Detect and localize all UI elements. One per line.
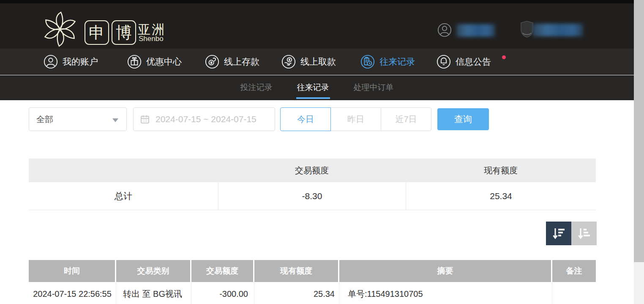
page-scrollbar	[634, 0, 644, 304]
cell-amount: -300.00	[191, 282, 254, 304]
records-header-row: 时间 交易类别 交易额度 现有额度 摘要 备注	[29, 260, 596, 282]
summary-header-row: 交易额度 现有额度	[29, 159, 596, 182]
sort-ascending-button[interactable]	[571, 222, 597, 245]
top-strip	[0, 0, 634, 3]
nav-label: 线上存款	[224, 56, 259, 68]
col-header-time: 时间	[29, 260, 116, 282]
user-avatar-icon[interactable]	[437, 23, 452, 37]
tab-label: 投注记录	[240, 83, 273, 92]
cell-summary: 单号:115491310705	[339, 282, 552, 304]
table-row: 2024-07-15 22:56:55 转出 至 BG视讯 -300.00 25…	[29, 282, 596, 304]
col-header-amount: 交易额度	[191, 260, 254, 282]
censored-username[interactable]	[456, 24, 495, 37]
records-table: 时间 交易类别 交易额度 现有额度 摘要 备注 2024-07-15 22:56…	[29, 260, 596, 304]
nav-item-transaction-records[interactable]: 往来记录	[360, 49, 415, 75]
nav-item-withdraw[interactable]: 线上取款	[281, 49, 336, 75]
nav-label: 往来记录	[379, 56, 415, 68]
notification-dot	[502, 55, 506, 59]
logo-char: 博	[116, 22, 132, 44]
quick-label: 昨日	[347, 114, 364, 125]
date-range-value: 2024-07-15 ~ 2024-07-15	[156, 114, 257, 124]
sort-controls	[546, 222, 597, 245]
col-header-summary: 摘要	[339, 260, 552, 282]
sub-tabbar: 投注记录 往来记录 处理中订单	[0, 75, 634, 100]
cell-balance: 25.34	[254, 282, 339, 304]
date-range-input[interactable]: 2024-07-15 ~ 2024-07-15	[133, 107, 275, 131]
col-header-type: 交易类别	[116, 260, 191, 282]
type-select[interactable]: 全部	[29, 107, 127, 131]
col-header-note: 备注	[552, 260, 596, 282]
nav-label: 优惠中心	[146, 56, 182, 68]
deposit-icon	[205, 55, 219, 69]
nav-item-promotions[interactable]: 优惠中心	[127, 49, 182, 75]
censored-balance[interactable]	[532, 24, 583, 36]
logo-char-box: 博	[112, 20, 136, 45]
summary-total-label: 总计	[29, 182, 218, 210]
nav-item-my-account[interactable]: 我的账户	[44, 49, 98, 75]
col-header-balance: 现有额度	[254, 260, 339, 282]
quick-yesterday-button[interactable]: 昨日	[330, 107, 381, 131]
withdraw-icon	[281, 55, 296, 69]
summary-header-trade: 交易额度	[218, 159, 406, 182]
tab-transaction-records[interactable]: 往来记录	[297, 75, 329, 100]
chevron-down-icon	[112, 118, 118, 122]
tab-label: 处理中订单	[354, 83, 394, 92]
records-icon	[360, 55, 375, 69]
quick-today-button[interactable]: 今日	[280, 107, 331, 131]
summary-table: 交易额度 现有额度 总计 -8.30 25.34	[29, 159, 596, 210]
transaction-records-page: 申 博 亚洲 Shenbo 我的账户 优惠中心 线上存款	[0, 0, 644, 304]
tab-label: 往来记录	[297, 83, 329, 92]
tab-pending-orders[interactable]: 处理中订单	[354, 75, 394, 100]
summary-trade-total: -8.30	[218, 182, 406, 210]
sort-descending-icon	[551, 226, 566, 241]
scrollbar-thumb[interactable]	[634, 0, 644, 262]
logo-char-box: 申	[85, 20, 109, 45]
summary-balance-total: 25.34	[406, 182, 596, 210]
flower-logo-icon	[40, 9, 80, 49]
summary-total-row: 总计 -8.30 25.34	[29, 182, 596, 210]
calendar-icon	[140, 114, 150, 124]
nav-label: 线上取款	[300, 56, 336, 68]
sort-descending-button[interactable]	[546, 222, 571, 245]
cell-type: 转出 至 BG视讯	[116, 282, 191, 304]
nav-item-announcements[interactable]: 信息公告	[437, 49, 491, 75]
nav-item-deposit[interactable]: 线上存款	[205, 49, 259, 75]
type-select-value: 全部	[36, 114, 53, 125]
tab-underline	[296, 97, 330, 99]
account-icon	[44, 55, 58, 69]
quick-label: 今日	[297, 114, 314, 125]
summary-header-empty	[29, 159, 218, 182]
tab-betting-records[interactable]: 投注记录	[240, 75, 273, 100]
quick-7days-button[interactable]: 近7日	[381, 107, 431, 131]
cell-note	[552, 282, 596, 304]
site-header: 申 博 亚洲 Shenbo	[0, 3, 634, 49]
search-button[interactable]: 查询	[437, 108, 489, 130]
bell-icon	[437, 55, 451, 69]
logo-sub-text: Shenbo	[139, 35, 164, 43]
nav-label: 信息公告	[456, 56, 491, 68]
promo-gift-icon	[127, 55, 142, 69]
quick-range-group: 今日 昨日 近7日	[280, 107, 431, 131]
logo-char: 申	[89, 22, 105, 44]
summary-header-balance: 现有额度	[406, 159, 596, 182]
sort-ascending-icon	[577, 226, 591, 241]
quick-label: 近7日	[395, 114, 417, 125]
nav-label: 我的账户	[63, 56, 98, 68]
cell-time: 2024-07-15 22:56:55	[29, 282, 116, 304]
